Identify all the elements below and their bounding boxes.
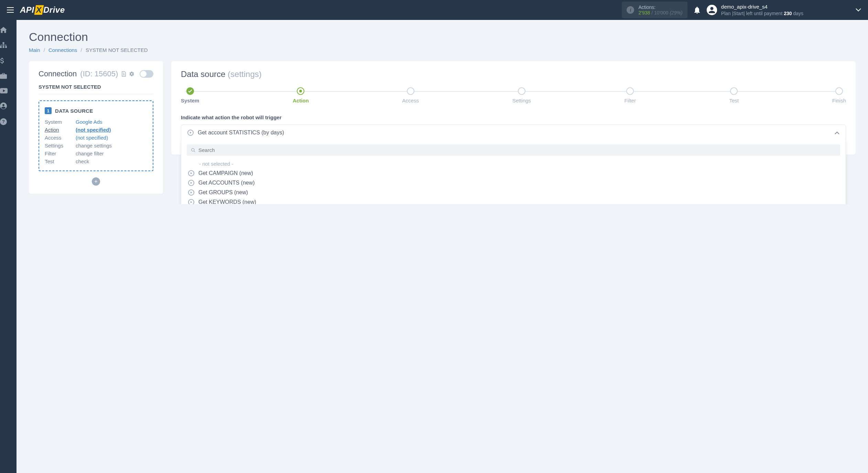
- video-icon[interactable]: [0, 88, 17, 94]
- dropdown-search-input[interactable]: [198, 147, 836, 153]
- data-source-settings-card: Data source (settings) SystemActionAcces…: [171, 61, 856, 155]
- step-circle: [626, 87, 634, 95]
- dropdown-option[interactable]: Get KEYWORDS (new): [181, 197, 844, 204]
- step-circle: [518, 87, 525, 95]
- breadcrumb-current: SYSTEM NOT SELECTED: [86, 47, 148, 53]
- play-icon: [187, 130, 194, 136]
- row-action-value[interactable]: (not specified): [76, 127, 147, 133]
- row-filter-value[interactable]: change filter: [76, 151, 147, 156]
- actions-label: Actions:: [638, 4, 682, 10]
- step-label: Finish: [832, 98, 846, 103]
- svg-text:?: ?: [2, 119, 5, 124]
- connection-toggle[interactable]: [140, 70, 153, 78]
- step-finish[interactable]: Finish: [832, 87, 846, 103]
- row-test-value[interactable]: check: [76, 158, 147, 164]
- svg-point-9: [192, 148, 194, 151]
- svg-rect-2: [0, 46, 2, 48]
- notifications-icon[interactable]: [694, 6, 701, 14]
- action-dropdown: - not selected -Get CAMPAIGN (new)Get AC…: [181, 140, 846, 204]
- stepper: SystemActionAccessSettingsFilterTestFini…: [181, 87, 846, 103]
- row-filter-key: Filter: [45, 151, 76, 156]
- action-select-value: Get account STATISTICS (by days): [198, 130, 831, 136]
- row-settings-key: Settings: [45, 143, 76, 148]
- chevron-up-icon: [835, 131, 839, 134]
- row-system-key: System: [45, 119, 76, 125]
- logo[interactable]: APIXDrive: [20, 5, 65, 15]
- actions-counter[interactable]: i Actions: 2'938 / 10'000 (29%): [622, 2, 687, 18]
- step-circle: [186, 87, 194, 95]
- app-header: APIXDrive i Actions: 2'938 / 10'000 (29%…: [0, 0, 868, 20]
- play-icon: [188, 189, 194, 196]
- play-icon: [188, 199, 194, 204]
- gear-icon[interactable]: [129, 71, 134, 77]
- dropdown-option-label: Get KEYWORDS (new): [198, 199, 256, 204]
- dropdown-option[interactable]: Get GROUPS (new): [181, 188, 844, 197]
- step-label: Settings: [512, 98, 531, 103]
- step-circle: [730, 87, 738, 95]
- help-icon[interactable]: ?: [0, 118, 17, 125]
- user-menu[interactable]: demo_apix-drive_s4 Plan |Start| left unt…: [707, 3, 861, 16]
- svg-rect-1: [3, 42, 4, 44]
- user-name: demo_apix-drive_s4: [721, 3, 803, 10]
- action-form-label: Indicate what action the robot will trig…: [181, 114, 846, 120]
- add-button[interactable]: +: [92, 177, 100, 186]
- step-label: Filter: [625, 98, 636, 103]
- user-avatar-icon: [707, 5, 717, 15]
- action-select[interactable]: Get account STATISTICS (by days): [181, 124, 846, 141]
- hamburger-menu-icon[interactable]: [7, 7, 14, 13]
- svg-rect-3: [3, 46, 4, 48]
- row-settings-value[interactable]: change settings: [76, 143, 147, 148]
- step-settings[interactable]: Settings: [512, 87, 531, 103]
- data-source-box: 1 DATA SOURCE System Google Ads Action (…: [39, 100, 153, 171]
- row-system-value[interactable]: Google Ads: [76, 119, 147, 125]
- step-test[interactable]: Test: [729, 87, 739, 103]
- search-icon: [191, 148, 196, 153]
- connection-card: Connection (ID: 15605) SYSTEM NOT SELECT…: [29, 61, 163, 194]
- document-icon[interactable]: [121, 71, 126, 77]
- page-title: Connection: [29, 30, 856, 44]
- dropdown-option-label: Get GROUPS (new): [198, 189, 248, 196]
- step-system[interactable]: System: [181, 87, 199, 103]
- sidebar: ?: [0, 20, 17, 204]
- row-access-key: Access: [45, 135, 76, 141]
- connection-title: Connection: [39, 69, 77, 78]
- dropdown-option-not-selected[interactable]: - not selected -: [181, 159, 844, 168]
- dropdown-option[interactable]: Get CAMPAIGN (new): [181, 168, 844, 178]
- step-circle: [407, 87, 414, 95]
- row-access-value[interactable]: (not specified): [76, 135, 147, 141]
- step-access[interactable]: Access: [402, 87, 419, 103]
- breadcrumb-main[interactable]: Main: [29, 47, 40, 53]
- step-circle: [297, 87, 304, 95]
- step-action[interactable]: Action: [293, 87, 309, 103]
- dropdown-option-label: Get ACCOUNTS (new): [198, 180, 255, 186]
- main-content: Connection Main / Connections / SYSTEM N…: [17, 20, 868, 204]
- breadcrumb-connections[interactable]: Connections: [48, 47, 77, 53]
- actions-percent: (29%): [670, 10, 682, 15]
- step-label: System: [181, 98, 199, 103]
- step-label: Test: [729, 98, 739, 103]
- step-label: Access: [402, 98, 419, 103]
- system-not-selected-label: SYSTEM NOT SELECTED: [39, 84, 153, 94]
- step-label: Action: [293, 98, 309, 103]
- connection-id: (ID: 15605): [80, 69, 118, 78]
- chevron-down-icon: [856, 8, 861, 12]
- data-source-badge: 1: [45, 107, 52, 114]
- home-icon[interactable]: [0, 27, 17, 33]
- data-source-label: DATA SOURCE: [55, 108, 93, 114]
- dropdown-option[interactable]: Get ACCOUNTS (new): [181, 178, 844, 188]
- breadcrumb: Main / Connections / SYSTEM NOT SELECTED: [29, 47, 856, 53]
- profile-icon[interactable]: [0, 102, 17, 109]
- briefcase-icon[interactable]: [0, 73, 17, 79]
- dropdown-search[interactable]: [187, 144, 840, 156]
- billing-icon[interactable]: [0, 57, 17, 64]
- user-plan: Plan |Start| left until payment 230 days: [721, 10, 803, 16]
- dropdown-option-label: Get CAMPAIGN (new): [198, 170, 253, 176]
- row-action-key[interactable]: Action: [45, 127, 76, 133]
- play-icon: [188, 170, 194, 176]
- connections-icon[interactable]: [0, 42, 17, 48]
- actions-used: 2'938: [638, 10, 650, 15]
- step-filter[interactable]: Filter: [625, 87, 636, 103]
- row-test-key: Test: [45, 158, 76, 164]
- svg-rect-4: [5, 46, 7, 48]
- info-icon: i: [627, 6, 634, 14]
